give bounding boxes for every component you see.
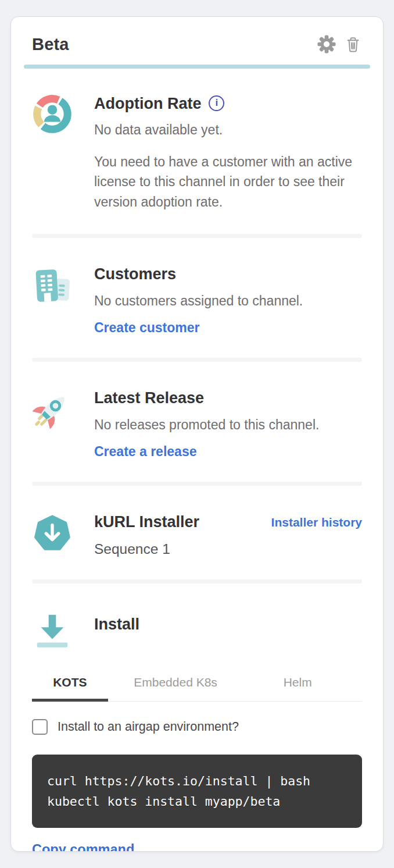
customers-empty-message: No customers assigned to channel. — [94, 291, 362, 311]
tab-helm[interactable]: Helm — [243, 670, 352, 701]
kurl-installer-title: kURL Installer — [94, 513, 199, 531]
create-customer-link[interactable]: Create customer — [94, 320, 200, 336]
gear-icon[interactable] — [317, 34, 336, 54]
customers-section: Customers No customers assigned to chann… — [32, 264, 362, 336]
channel-card: Beta — [10, 16, 384, 852]
latest-release-content: Latest Release No releases promoted to t… — [94, 387, 362, 460]
channel-accent-bar — [24, 65, 370, 69]
install-command-block: curl https://kots.io/install | bashkubec… — [32, 755, 362, 828]
tab-kots[interactable]: KOTS — [32, 670, 108, 702]
latest-release-section: Latest Release No releases promoted to t… — [32, 387, 362, 460]
customers-content: Customers No customers assigned to chann… — [94, 264, 362, 336]
channel-header-actions — [317, 34, 362, 54]
airgap-row: Install to an airgap environment? — [32, 719, 362, 735]
install-tabs: KOTS Embedded K8s Helm — [32, 670, 362, 702]
section-divider — [32, 234, 362, 238]
customers-title: Customers — [94, 265, 362, 283]
install-content: Install — [94, 609, 362, 652]
installer-history-link[interactable]: Installer history — [271, 513, 362, 529]
adoption-rate-help-text: You need to have a customer with an acti… — [94, 152, 360, 212]
section-divider — [32, 579, 362, 584]
airgap-label: Install to an airgap environment? — [58, 720, 239, 734]
install-command-line: kubectl kots install myapp/beta — [47, 791, 347, 812]
section-divider — [32, 482, 362, 486]
airgap-checkbox[interactable] — [32, 719, 48, 735]
create-release-link[interactable]: Create a release — [94, 444, 196, 460]
kurl-installer-content: kURL Installer Installer history Sequenc… — [94, 511, 362, 557]
installer-sequence: Sequence 1 — [94, 541, 362, 557]
rocket-icon — [32, 387, 73, 460]
donut-user-chart-icon — [32, 93, 73, 212]
latest-release-title: Latest Release — [94, 389, 362, 407]
channel-title: Beta — [32, 35, 69, 54]
copy-command-link[interactable]: Copy command — [32, 842, 134, 852]
buildings-icon — [32, 264, 73, 336]
adoption-rate-empty-message: No data available yet. — [94, 120, 362, 140]
section-divider — [32, 358, 362, 362]
channel-card-header: Beta — [32, 17, 362, 54]
download-tray-icon — [32, 609, 73, 652]
install-title: Install — [94, 610, 362, 634]
trash-icon[interactable] — [344, 35, 362, 54]
tab-embedded-k8s[interactable]: Embedded K8s — [108, 670, 243, 701]
adoption-rate-section: Adoption Rate i No data available yet. Y… — [32, 93, 362, 212]
adoption-rate-title: Adoption Rate — [94, 94, 201, 113]
adoption-rate-content: Adoption Rate i No data available yet. Y… — [94, 93, 362, 212]
install-section: Install — [32, 609, 362, 652]
kurl-installer-section: kURL Installer Installer history Sequenc… — [32, 511, 362, 557]
heptagon-download-icon — [32, 511, 73, 557]
info-icon[interactable]: i — [209, 95, 224, 111]
install-command-line: curl https://kots.io/install | bash — [47, 771, 347, 791]
latest-release-empty-message: No releases promoted to this channel. — [94, 415, 362, 435]
